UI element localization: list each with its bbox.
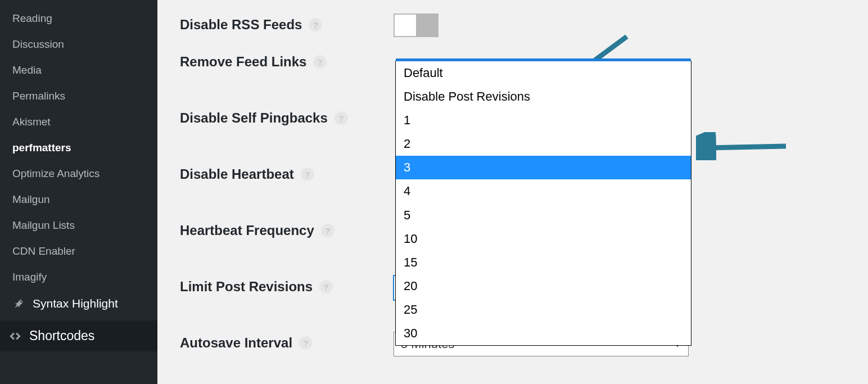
sidebar-item-mailgun-lists[interactable]: Mailgun Lists [0,213,157,238]
sidebar-item-optimize-analytics[interactable]: Optimize Analytics [0,161,157,187]
sidebar-item-shortcodes[interactable]: Shortcodes [0,320,157,351]
help-icon[interactable]: ? [319,280,333,293]
dropdown-option[interactable]: 1 [396,109,691,132]
label-text: Heartbeat Frequency [180,223,314,238]
sidebar-item-media[interactable]: Media [0,57,157,83]
label-text: Autosave Interval [180,335,292,351]
dropdown-option[interactable]: 10 [396,227,691,251]
sidebar-item-mailgun[interactable]: Mailgun [0,187,157,213]
option-label: 20 [404,279,417,293]
help-icon[interactable]: ? [321,224,334,237]
option-label: 3 [404,160,410,174]
dropdown-option-selected[interactable]: 3 [396,156,691,179]
label-text: Limit Post Revisions [180,279,313,295]
dropdown-option[interactable]: 20 [396,274,691,298]
option-label: Disable Post Revisions [404,89,530,103]
help-icon[interactable]: ? [309,18,322,31]
option-label: 4 [404,184,410,198]
sidebar-item-label: Akismet [12,116,51,128]
sidebar-item-label: Optimize Analytics [12,168,100,179]
sidebar-item-syntax-highlight[interactable]: Syntax Highlight [0,290,157,320]
help-icon[interactable]: ? [301,168,314,181]
sidebar-item-cdn-enabler[interactable]: CDN Enabler [0,238,157,264]
dropdown-option[interactable]: 30 [396,322,691,345]
sidebar-item-reading[interactable]: Reading [0,6,157,31]
sidebar-item-label: Reading [12,12,52,24]
sidebar-item-permalinks[interactable]: Permalinks [0,83,157,109]
field-label: Disable Heartbeat ? [180,163,394,182]
field-label: Disable Self Pingbacks ? [180,107,394,126]
dropdown-limit-post-revisions: Default Disable Post Revisions 1 2 3 4 5… [395,61,691,346]
option-label: 10 [404,232,417,246]
sidebar-item-label: perfmatters [12,142,71,153]
label-text: Remove Feed Links [180,54,306,70]
label-text: Disable Self Pingbacks [180,110,328,126]
sidebar-item-perfmatters[interactable]: perfmatters [0,135,157,161]
dropdown-option[interactable]: 5 [396,204,691,227]
code-icon [8,329,22,344]
pushpin-icon [12,297,26,310]
admin-sidebar: Reading Discussion Media Permalinks Akis… [0,0,157,384]
field-control [394,13,868,37]
dropdown-option[interactable]: 15 [396,251,691,274]
label-text: Disable RSS Feeds [180,17,302,33]
sidebar-item-label: Syntax Highlight [33,297,118,310]
option-label: 1 [404,113,410,127]
option-label: 30 [404,326,417,340]
dropdown-option[interactable]: 25 [396,298,691,322]
option-label: 2 [404,137,410,151]
option-label: 5 [404,208,410,222]
help-icon[interactable]: ? [299,336,313,350]
sidebar-item-label: Shortcodes [29,328,94,344]
field-label: Limit Post Revisions ? [180,275,394,295]
sidebar-submenu: Reading Discussion Media Permalinks Akis… [0,0,157,320]
sidebar-item-imagify[interactable]: Imagify [0,264,157,290]
help-icon[interactable]: ? [334,111,348,125]
field-label: Remove Feed Links ? [180,51,394,70]
field-label: Disable RSS Feeds ? [180,13,394,33]
option-label: 25 [404,302,417,317]
toggle-disable-rss[interactable] [394,13,438,37]
help-icon[interactable]: ? [313,55,327,69]
option-label: 15 [404,255,417,269]
sidebar-item-label: Mailgun Lists [12,219,75,231]
sidebar-item-akismet[interactable]: Akismet [0,109,157,135]
sidebar-item-label: Discussion [12,38,64,50]
sidebar-item-discussion[interactable]: Discussion [0,31,157,57]
sidebar-item-label: Mailgun [12,193,50,205]
dropdown-option[interactable]: 4 [396,179,691,203]
field-label: Heartbeat Frequency ? [180,219,394,238]
sidebar-item-label: Permalinks [12,90,65,102]
label-text: Disable Heartbeat [180,166,294,182]
dropdown-option[interactable]: Disable Post Revisions [396,85,691,109]
sidebar-item-label: CDN Enabler [12,245,75,257]
sidebar-item-label: Imagify [12,271,47,283]
row-disable-rss: Disable RSS Feeds ? [180,0,868,51]
toggle-knob [395,15,416,36]
field-label: Autosave Interval ? [180,332,394,351]
sidebar-item-label: Media [12,64,42,76]
dropdown-option[interactable]: 2 [396,132,691,156]
option-label: Default [404,66,443,80]
dropdown-option[interactable]: Default [396,61,691,85]
